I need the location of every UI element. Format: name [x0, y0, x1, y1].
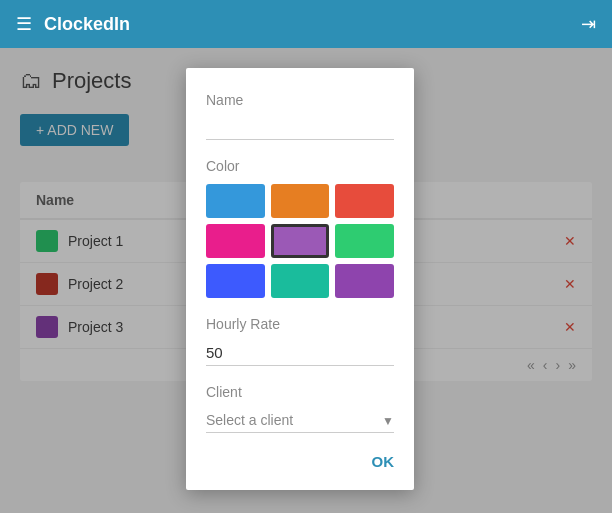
page-background: 🗂 Projects + ADD NEW Name Project 1 ✕ Pr…	[0, 48, 612, 513]
color-option-orange[interactable]	[271, 184, 330, 218]
add-project-modal: Name Color Hourly Rate Client	[186, 68, 414, 490]
app-header: ☰ ClockedIn ⇥	[0, 0, 612, 48]
color-option-violet[interactable]	[335, 264, 394, 298]
name-input[interactable]	[206, 114, 394, 140]
modal-overlay: Name Color Hourly Rate Client	[0, 48, 612, 513]
client-select-wrapper: Select a client ▼	[206, 408, 394, 433]
hourly-rate-label: Hourly Rate	[206, 316, 394, 332]
ok-button[interactable]: OK	[372, 453, 395, 470]
menu-icon[interactable]: ☰	[16, 13, 32, 35]
color-option-teal[interactable]	[271, 264, 330, 298]
name-label: Name	[206, 92, 394, 108]
color-grid	[206, 184, 394, 298]
modal-actions: OK	[206, 453, 394, 470]
logout-icon[interactable]: ⇥	[581, 13, 596, 35]
color-option-red[interactable]	[335, 184, 394, 218]
client-label: Client	[206, 384, 394, 400]
color-option-purple[interactable]	[271, 224, 330, 258]
color-label: Color	[206, 158, 394, 174]
color-option-pink[interactable]	[206, 224, 265, 258]
app-title: ClockedIn	[44, 14, 130, 35]
color-option-dark-blue[interactable]	[206, 264, 265, 298]
client-select[interactable]: Select a client	[206, 408, 394, 433]
color-option-blue[interactable]	[206, 184, 265, 218]
color-option-green[interactable]	[335, 224, 394, 258]
hourly-rate-input[interactable]	[206, 340, 394, 366]
